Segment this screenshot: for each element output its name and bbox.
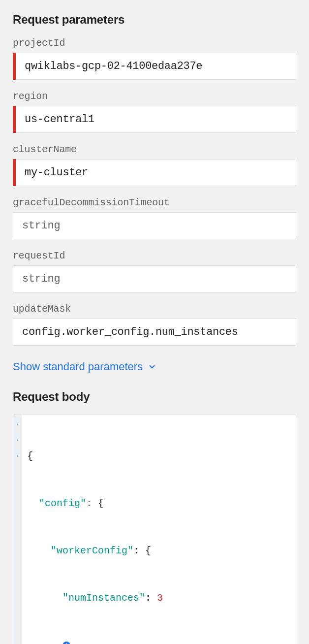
param-region: region xyxy=(13,91,296,133)
param-requestId: requestId xyxy=(13,250,296,292)
request-parameters-heading: Request parameters xyxy=(13,13,296,27)
requestId-input[interactable] xyxy=(13,265,296,292)
param-label-projectId: projectId xyxy=(13,37,296,49)
param-gracefulDecommissionTimeout: gracefulDecommissionTimeout xyxy=(13,197,296,239)
add-field-button[interactable] xyxy=(62,642,70,644)
fold-marker-icon[interactable]: ▾ xyxy=(13,433,22,449)
param-projectId: projectId xyxy=(13,37,296,80)
json-key-config: "config" xyxy=(39,496,86,512)
request-body-editor[interactable]: ▾ ▾ ▾ { "config": { "workerConfig": { "n… xyxy=(13,415,296,644)
chevron-down-icon xyxy=(148,362,156,371)
gracefulDecommissionTimeout-input[interactable] xyxy=(13,212,296,239)
param-label-region: region xyxy=(13,91,296,102)
param-label-clusterName: clusterName xyxy=(13,144,296,155)
json-key-workerConfig: "workerConfig" xyxy=(51,543,133,559)
editor-gutter: ▾ ▾ ▾ xyxy=(13,415,22,644)
request-body-heading: Request body xyxy=(13,390,296,404)
fold-marker-icon[interactable]: ▾ xyxy=(13,449,22,464)
param-updateMask: updateMask xyxy=(13,303,296,346)
json-key-numInstances: "numInstances" xyxy=(62,590,145,606)
json-value-numInstances: 3 xyxy=(157,590,163,606)
clusterName-input[interactable] xyxy=(16,159,296,186)
param-clusterName: clusterName xyxy=(13,144,296,186)
param-label-updateMask: updateMask xyxy=(13,303,296,315)
show-standard-parameters-label: Show standard parameters xyxy=(13,360,143,373)
code-area[interactable]: { "config": { "workerConfig": { "numInst… xyxy=(22,415,296,644)
projectId-input[interactable] xyxy=(16,53,296,80)
region-input[interactable] xyxy=(16,106,296,133)
show-standard-parameters-toggle[interactable]: Show standard parameters xyxy=(13,360,156,373)
param-label-requestId: requestId xyxy=(13,250,296,261)
updateMask-input[interactable] xyxy=(13,319,296,346)
fold-marker-icon[interactable]: ▾ xyxy=(13,417,22,433)
param-label-gracefulDecommissionTimeout: gracefulDecommissionTimeout xyxy=(13,197,296,208)
